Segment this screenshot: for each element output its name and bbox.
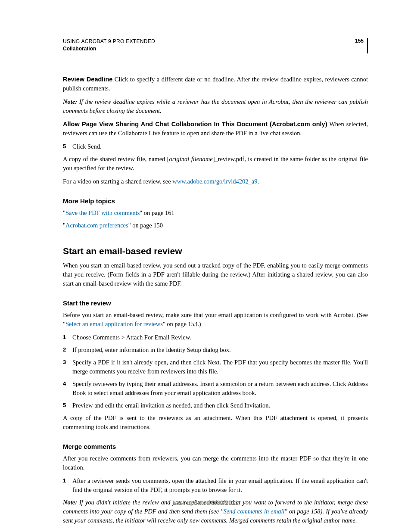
- list-item: 3 Specify a PDF if it isn't already open…: [63, 358, 368, 376]
- note-1: Note: If the review deadline expires whi…: [63, 97, 368, 115]
- copy-b: original filename: [169, 156, 213, 162]
- video-a: For a video on starting a shared review,…: [63, 178, 172, 185]
- start-review-intro: Before you start an email-based review, …: [63, 311, 368, 329]
- note-label: Note:: [63, 98, 79, 105]
- more-help-1: "Save the PDF with comments" on page 161: [63, 208, 368, 218]
- video-link[interactable]: www.adobe.com/go/lrvid4202_a9: [172, 178, 257, 185]
- allow-label: Allow Page View Sharing And Chat Collabo…: [63, 121, 327, 128]
- page-bar: [367, 38, 368, 53]
- copy-para: A copy of the shared review file, named …: [63, 155, 368, 173]
- more-help-2-link[interactable]: Acrobat.com preferences: [65, 222, 128, 229]
- page-number-block: 155: [355, 38, 368, 53]
- more-help-heading: More Help topics: [63, 196, 368, 206]
- doc-section: Collaboration: [63, 45, 155, 53]
- step-num: 5: [63, 401, 67, 410]
- step-text: Click Send.: [72, 142, 368, 151]
- review-deadline-label: Review Deadline: [63, 76, 112, 83]
- step-5-row: 5 Click Send.: [63, 142, 368, 151]
- more-help-2: "Acrobat.com preferences" on page 150: [63, 221, 368, 230]
- sr-intro-b: " on page 153.): [163, 320, 201, 327]
- h2-start-email: Start an email-based review: [63, 245, 368, 258]
- h3-start-review: Start the review: [63, 299, 368, 308]
- step-num: 1: [63, 476, 67, 495]
- page-number: 155: [355, 38, 364, 44]
- more-help-2-suffix: " on page 150: [128, 222, 163, 229]
- step-text: If prompted, enter information in the Id…: [72, 345, 368, 355]
- allow-para: Allow Page View Sharing And Chat Collabo…: [63, 120, 368, 138]
- page-footer: Last updated 9/30/2011: [0, 499, 411, 506]
- step-text: Preview and edit the email invitation as…: [72, 401, 368, 410]
- list-item: 1 Choose Comments > Attach For Email Rev…: [63, 333, 368, 342]
- note-1-text: If the review deadline expires while a r…: [63, 98, 368, 114]
- header-left: USING ACROBAT 9 PRO EXTENDED Collaborati…: [63, 38, 155, 53]
- h3-merge: Merge comments: [63, 442, 368, 451]
- copy-a: A copy of the shared review file, named …: [63, 156, 169, 162]
- list-item: 5 Preview and edit the email invitation …: [63, 401, 368, 410]
- step-num: 1: [63, 333, 67, 342]
- more-help-1-link[interactable]: Save the PDF with comments: [65, 209, 140, 216]
- list-item: 2 If prompted, enter information in the …: [63, 345, 368, 355]
- step-num: 5: [63, 142, 67, 151]
- list-item: 1 After a reviewer sends you comments, o…: [63, 476, 368, 495]
- step-text: Choose Comments > Attach For Email Revie…: [72, 333, 368, 342]
- sr-after: A copy of the PDF is sent to the reviewe…: [63, 414, 368, 432]
- page-content: Review Deadline Click to specify a diffe…: [63, 75, 368, 525]
- more-help-1-suffix: " on page 161: [140, 209, 174, 216]
- list-item: 4 Specify reviewers by typing their emai…: [63, 380, 368, 398]
- step-text: Specify reviewers by typing their email …: [72, 380, 368, 398]
- video-para: For a video on starting a shared review,…: [63, 177, 368, 186]
- step-num: 3: [63, 358, 67, 376]
- merge-intro: After you receive comments from reviewer…: [63, 454, 368, 472]
- step-text: Specify a PDF if it isn't already open, …: [72, 358, 368, 376]
- doc-title: USING ACROBAT 9 PRO EXTENDED: [63, 38, 155, 45]
- page-header: USING ACROBAT 9 PRO EXTENDED Collaborati…: [63, 38, 368, 53]
- step-num: 2: [63, 345, 67, 355]
- step-text: After a reviewer sends you comments, ope…: [72, 476, 368, 495]
- start-email-intro: When you start an email-based review, yo…: [63, 261, 368, 288]
- note2-link[interactable]: Send comments in email: [223, 508, 284, 515]
- review-deadline-para: Review Deadline Click to specify a diffe…: [63, 75, 368, 93]
- video-b: .: [258, 178, 259, 185]
- sr-intro-link[interactable]: Select an email application for reviews: [65, 320, 163, 327]
- step-num: 4: [63, 380, 67, 398]
- document-page: USING ACROBAT 9 PRO EXTENDED Collaborati…: [0, 0, 411, 532]
